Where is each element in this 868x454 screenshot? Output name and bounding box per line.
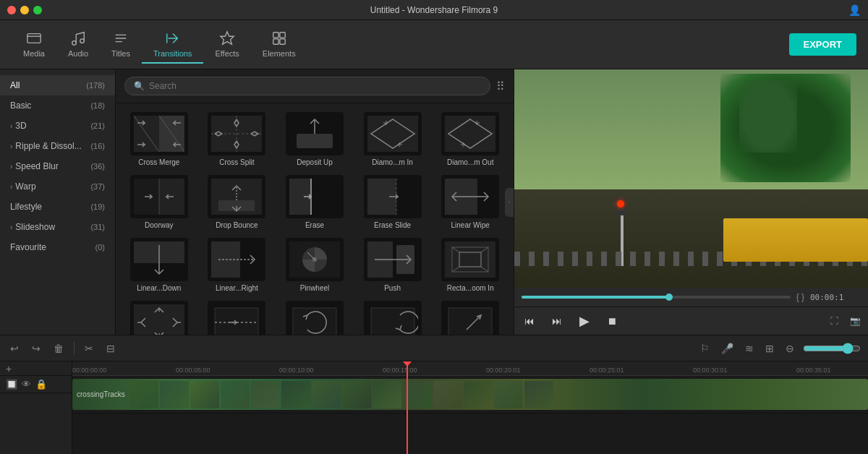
- transition-linear-down[interactable]: Linear...Down: [122, 235, 197, 295]
- svg-rect-66: [448, 308, 492, 335]
- transition-label: Linear Wipe: [441, 221, 499, 229]
- sidebar-item-all[interactable]: All (178): [0, 75, 115, 95]
- delete-button[interactable]: 🗑: [51, 341, 67, 356]
- transition-roll-clockwise[interactable]: Roll Clockwise: [355, 298, 430, 335]
- sidebar-item-3d[interactable]: ›3D (21): [0, 116, 115, 136]
- transition-recta-in[interactable]: Recta...oom In: [433, 235, 508, 295]
- transition-label: Linear...Right: [208, 284, 265, 292]
- elements-icon: [271, 30, 287, 46]
- transition-roll[interactable]: Roll: [200, 298, 275, 335]
- timeline-right-controls: ⚐ 🎤 ≋ ⊞ ⊖: [697, 341, 861, 356]
- svg-point-2: [80, 38, 85, 42]
- tab-titles[interactable]: Titles: [100, 26, 142, 64]
- svg-rect-4: [273, 32, 278, 37]
- stop-button[interactable]: ⏹: [604, 314, 620, 328]
- sidebar-item-lifestyle[interactable]: Lifestyle (19): [0, 197, 115, 217]
- transitions-panel: 🔍 ⠿: [116, 69, 514, 335]
- transition-linear-wipe[interactable]: Linear Wipe: [433, 172, 508, 232]
- skip-back-button[interactable]: ⏮: [522, 314, 537, 328]
- playhead[interactable]: [407, 361, 408, 454]
- svg-rect-16: [297, 134, 333, 148]
- transition-linear-right[interactable]: Linear...Right: [200, 235, 275, 295]
- time-display: 00:00:1: [810, 293, 861, 302]
- transition-thumb: [286, 301, 344, 335]
- progress-fill: [522, 296, 669, 299]
- window-title: Untitled - Wondershare Filmora 9: [370, 5, 498, 15]
- undo-button[interactable]: ↩: [7, 341, 22, 356]
- minimize-button[interactable]: [20, 6, 29, 14]
- progress-bar[interactable]: [522, 296, 791, 299]
- maximize-button[interactable]: [33, 6, 42, 14]
- transition-label: Cross Merge: [130, 158, 188, 166]
- play-button[interactable]: ▶: [576, 312, 592, 330]
- bracket-left-icon: { }: [796, 292, 804, 302]
- svg-rect-5: [280, 32, 285, 37]
- transition-thumb: [208, 175, 265, 218]
- sidebar-item-speedblur[interactable]: ›Speed Blur (36): [0, 156, 115, 176]
- sidebar-item-slideshow[interactable]: ›Slideshow (31): [0, 217, 115, 237]
- svg-marker-3: [221, 31, 234, 43]
- timeline-toolbar: ↩ ↪ 🗑 ✂ ⊟ ⚐ 🎤 ≋ ⊞ ⊖: [0, 335, 868, 361]
- transition-label: Diamo...m In: [364, 158, 422, 166]
- transition-label: Recta...oom In: [441, 284, 499, 292]
- zoom-slider[interactable]: [803, 343, 861, 354]
- main-toolbar: Media Audio Titles Transitions Effects: [0, 20, 868, 69]
- timeline-body: + 🔲 👁 🔒 00:00:00:00 00:00:05:00 00:00:10…: [0, 361, 868, 454]
- transition-thumb: [130, 238, 188, 281]
- sidebar-item-warp[interactable]: ›Warp (37): [0, 176, 115, 197]
- transition-thumb: [130, 301, 188, 335]
- transition-roll-right-top[interactable]: Roll Right Top: [433, 298, 508, 335]
- timecode-0: 00:00:00:00: [72, 367, 107, 374]
- tab-audio[interactable]: Audio: [56, 26, 100, 64]
- transition-doorway[interactable]: Doorway: [122, 172, 197, 232]
- wave-button[interactable]: ≋: [742, 341, 757, 356]
- step-back-button[interactable]: ⏭: [549, 314, 565, 328]
- transition-push[interactable]: Push: [355, 235, 430, 295]
- tab-effects[interactable]: Effects: [203, 26, 250, 64]
- tab-transitions[interactable]: Transitions: [142, 26, 203, 64]
- transitions-icon: [165, 30, 181, 46]
- sidebar-item-favourite[interactable]: Favourite (0): [0, 237, 115, 257]
- video-clip[interactable]: crossingTracks: [72, 379, 868, 410]
- sidebar-item-basic[interactable]: Basic (18): [0, 95, 115, 116]
- fullscreen-icon[interactable]: ⛶: [830, 316, 838, 326]
- trim-button[interactable]: ⊟: [103, 341, 118, 356]
- split-button[interactable]: ⊞: [762, 341, 777, 356]
- transition-roll-ackwise[interactable]: Roll A...ckwise: [277, 298, 352, 335]
- video-track: crossingTracks: [72, 376, 868, 414]
- tab-elements[interactable]: Elements: [251, 26, 307, 64]
- collapse-handle[interactable]: ‹: [505, 188, 514, 217]
- transition-thumb: [208, 238, 265, 281]
- transitions-grid: Cross Merge Cross Split: [116, 103, 514, 335]
- preview-controls: { } 00:00:1: [514, 288, 868, 307]
- grid-view-icon[interactable]: ⠿: [496, 80, 505, 93]
- transition-erase[interactable]: Erase: [277, 172, 352, 232]
- track-visibility[interactable]: 🔲 👁 🔒: [0, 376, 72, 393]
- close-button[interactable]: [7, 6, 16, 14]
- tab-media[interactable]: Media: [12, 26, 56, 64]
- transition-drop-bounce[interactable]: Drop Bounce: [200, 172, 275, 232]
- transition-thumb: [364, 175, 422, 218]
- redo-button[interactable]: ↪: [29, 341, 43, 356]
- minus-button[interactable]: ⊖: [783, 341, 797, 356]
- transition-pinwheel[interactable]: Pinwheel: [277, 235, 352, 295]
- audio-icon: [70, 30, 86, 46]
- transition-cross-split[interactable]: Cross Split: [200, 109, 275, 169]
- add-track-button[interactable]: +: [0, 361, 72, 376]
- track-labels: + 🔲 👁 🔒: [0, 361, 72, 454]
- cut-button[interactable]: ✂: [82, 341, 96, 356]
- mic-button[interactable]: 🎤: [718, 341, 736, 356]
- export-button[interactable]: EXPORT: [789, 33, 856, 56]
- video-preview: [514, 69, 868, 288]
- transition-cross-merge[interactable]: Cross Merge: [122, 109, 197, 169]
- transition-erase-slide[interactable]: Erase Slide: [355, 172, 430, 232]
- sidebar-item-ripple[interactable]: ›Ripple & Dissol... (16): [0, 136, 115, 156]
- transition-deposit-up[interactable]: Deposit Up: [277, 109, 352, 169]
- transition-thumb: [130, 112, 188, 155]
- transition-recta-out[interactable]: Recta...m Out: [122, 298, 197, 335]
- transition-diamond-out[interactable]: Diamo...m Out: [433, 109, 508, 169]
- camera-icon[interactable]: 📷: [850, 316, 861, 326]
- search-input[interactable]: [149, 81, 481, 91]
- transition-diamond-in[interactable]: Diamo...m In: [355, 109, 430, 169]
- marker-button[interactable]: ⚐: [697, 341, 712, 356]
